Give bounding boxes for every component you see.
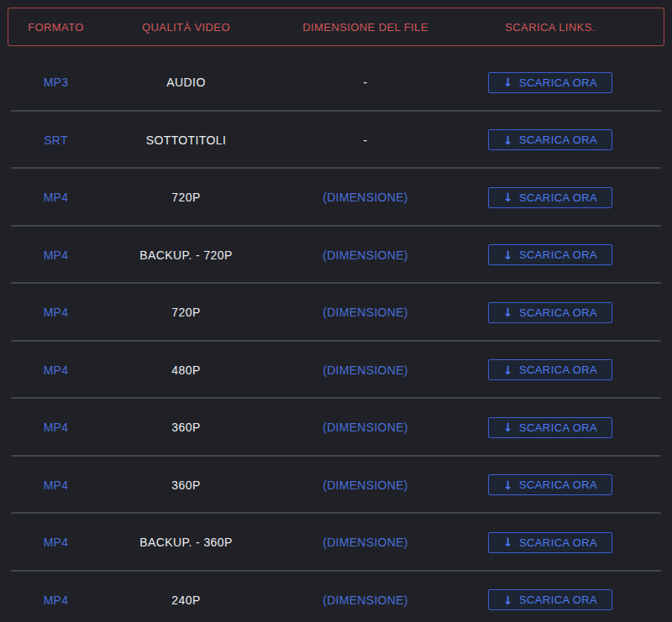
scarica-ora-button[interactable]: ↓ SCARICA ORA [488,532,612,553]
scarica-ora-label: SCARICA ORA [519,593,597,606]
quality-label: BACKUP. - 720P [112,248,260,262]
format-link[interactable]: MP4 [44,248,69,262]
download-arrow-icon: ↓ [503,421,513,433]
scarica-ora-button[interactable]: ↓ SCARICA ORA [488,302,612,323]
scarica-ora-button[interactable]: ↓ SCARICA ORA [488,589,612,610]
scarica-ora-button[interactable]: ↓ SCARICA ORA [488,359,612,380]
scarica-ora-button[interactable]: ↓ SCARICA ORA [488,244,612,265]
download-arrow-icon: ↓ [503,249,513,261]
scarica-ora-label: SCARICA ORA [519,76,597,89]
download-arrow-icon: ↓ [503,306,513,318]
scarica-ora-button[interactable]: ↓ SCARICA ORA [488,187,612,208]
scarica-ora-button[interactable]: ↓ SCARICA ORA [488,417,612,438]
quality-label: SOTTOTITOLI [112,133,260,147]
quality-label: 360P [112,478,260,492]
quality-label: BACKUP. - 360P [112,536,260,549]
table-row: MP4 480P (DIMENSIONE) ↓ SCARICA ORA [0,342,672,400]
table-row: MP4 360P (DIMENSIONE) ↓ SCARICA ORA [0,457,672,515]
format-link[interactable]: MP4 [44,363,69,377]
format-link[interactable]: MP4 [44,421,69,434]
download-arrow-icon: ↓ [503,536,513,548]
download-arrow-icon: ↓ [503,191,513,203]
scarica-ora-label: SCARICA ORA [519,306,597,319]
file-size-label: (DIMENSIONE) [260,536,470,549]
table-row: MP4 720P (DIMENSIONE) ↓ SCARICA ORA [0,169,672,227]
file-size-label: (DIMENSIONE) [260,363,470,377]
scarica-ora-label: SCARICA ORA [519,248,597,261]
file-size-label: (DIMENSIONE) [260,421,470,434]
table-row: MP4 BACKUP. - 720P (DIMENSIONE) ↓ SCARIC… [0,227,672,285]
table-body: MP3 AUDIO - ↓ SCARICA ORA SRT SOTTOTITOL… [0,54,672,622]
quality-label: 720P [112,306,260,319]
scarica-ora-label: SCARICA ORA [519,478,597,491]
scarica-ora-label: SCARICA ORA [519,191,597,204]
format-link[interactable]: MP4 [44,593,69,607]
quality-label: 360P [112,421,260,434]
download-arrow-icon: ↓ [503,364,513,376]
scarica-ora-button[interactable]: ↓ SCARICA ORA [488,72,612,93]
column-header-qualita-video: QUALITÀ VIDEO [112,21,260,34]
file-size-label: - [260,133,470,147]
download-arrow-icon: ↓ [503,134,513,146]
scarica-ora-button[interactable]: ↓ SCARICA ORA [488,129,612,150]
column-header-dimensione-del-file: DIMENSIONE DEL FILE [260,21,470,34]
format-link[interactable]: MP4 [44,191,69,204]
file-size-label: (DIMENSIONE) [260,306,470,319]
format-link[interactable]: MP4 [44,478,69,492]
table-row: MP4 240P (DIMENSIONE) ↓ SCARICA ORA [0,572,672,622]
format-link[interactable]: SRT [44,133,68,147]
table-header-grid: FORMATO QUALITÀ VIDEO DIMENSIONE DEL FIL… [0,8,630,46]
table-header: FORMATO QUALITÀ VIDEO DIMENSIONE DEL FIL… [0,0,672,54]
scarica-ora-label: SCARICA ORA [519,421,597,434]
scarica-ora-label: SCARICA ORA [519,536,597,549]
column-header-scarica-links: SCARICA LINKS. [470,21,630,34]
scarica-ora-button[interactable]: ↓ SCARICA ORA [488,474,612,495]
file-size-label: (DIMENSIONE) [260,593,470,607]
format-link[interactable]: MP3 [44,76,69,89]
table-row: MP4 360P (DIMENSIONE) ↓ SCARICA ORA [0,399,672,457]
table-row: MP3 AUDIO - ↓ SCARICA ORA [0,54,672,112]
format-link[interactable]: MP4 [44,536,69,549]
file-size-label: - [260,76,470,89]
file-size-label: (DIMENSIONE) [260,478,470,492]
quality-label: 720P [112,191,260,204]
scarica-ora-label: SCARICA ORA [519,363,597,376]
column-header-formato: FORMATO [0,21,112,34]
table-row: MP4 720P (DIMENSIONE) ↓ SCARICA ORA [0,284,672,342]
scarica-ora-label: SCARICA ORA [519,133,597,146]
format-link[interactable]: MP4 [44,306,69,319]
file-size-label: (DIMENSIONE) [260,248,470,262]
download-arrow-icon: ↓ [503,76,513,88]
table-row: MP4 BACKUP. - 360P (DIMENSIONE) ↓ SCARIC… [0,514,672,572]
quality-label: 480P [112,363,260,377]
quality-label: AUDIO [112,76,260,89]
download-arrow-icon: ↓ [503,594,513,606]
file-size-label: (DIMENSIONE) [260,191,470,204]
quality-label: 240P [112,593,260,607]
download-links-table: FORMATO QUALITÀ VIDEO DIMENSIONE DEL FIL… [0,0,672,622]
table-row: SRT SOTTOTITOLI - ↓ SCARICA ORA [0,112,672,170]
download-arrow-icon: ↓ [503,479,513,491]
